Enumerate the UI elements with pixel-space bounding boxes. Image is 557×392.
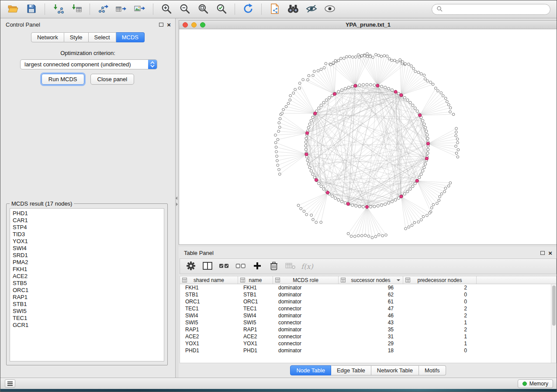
mcds-result-item[interactable]: SWI5: [13, 308, 161, 315]
search-input[interactable]: [445, 6, 546, 13]
network-node[interactable]: [420, 72, 422, 75]
dominator-node[interactable]: [346, 203, 349, 206]
run-mcds-button[interactable]: Run MCDS: [42, 74, 84, 85]
network-node[interactable]: [308, 166, 311, 169]
network-node[interactable]: [414, 70, 417, 73]
open-file-button[interactable]: [5, 2, 21, 17]
network-node[interactable]: [305, 137, 308, 140]
network-node[interactable]: [305, 213, 308, 216]
dominator-node[interactable]: [394, 90, 397, 93]
mcds-result-item[interactable]: SRD1: [13, 252, 161, 259]
table-row[interactable]: PHD1PHD1dominator180: [180, 347, 556, 354]
cell-name[interactable]: SWI5: [238, 319, 273, 326]
panel-splitter[interactable]: [176, 18, 179, 378]
find-button[interactable]: [285, 2, 301, 17]
network-node[interactable]: [373, 205, 376, 208]
network-node[interactable]: [369, 55, 371, 58]
network-node[interactable]: [393, 59, 396, 62]
network-node[interactable]: [292, 92, 295, 94]
show-columns-button[interactable]: [200, 260, 215, 273]
network-node[interactable]: [304, 148, 307, 151]
import-network-button[interactable]: [50, 2, 66, 17]
network-node[interactable]: [404, 62, 407, 65]
dominator-node[interactable]: [400, 93, 403, 96]
close-panel-button[interactable]: Close panel: [90, 74, 135, 85]
dominator-node[interactable]: [419, 113, 422, 117]
network-node[interactable]: [383, 55, 386, 57]
network-node[interactable]: [320, 104, 322, 107]
network-node[interactable]: [426, 214, 429, 217]
show-button[interactable]: [322, 2, 338, 17]
export-network-button[interactable]: [95, 2, 111, 17]
network-node[interactable]: [340, 57, 343, 60]
network-node[interactable]: [351, 85, 353, 88]
cell-predecessor-nodes[interactable]: 1: [403, 340, 477, 347]
network-node[interactable]: [409, 188, 412, 190]
network-node[interactable]: [277, 164, 279, 167]
network-node[interactable]: [449, 182, 452, 184]
network-node[interactable]: [328, 96, 331, 99]
network-node[interactable]: [304, 141, 307, 143]
zoom-selected-button[interactable]: [213, 2, 230, 17]
dominator-node[interactable]: [425, 157, 428, 160]
network-node[interactable]: [367, 235, 370, 237]
scrollbar-thumb[interactable]: [552, 285, 556, 326]
network-node[interactable]: [323, 66, 325, 69]
network-node[interactable]: [422, 215, 425, 218]
network-node[interactable]: [396, 61, 398, 63]
deselect-all-button[interactable]: [233, 260, 248, 273]
network-node[interactable]: [318, 107, 320, 110]
network-node[interactable]: [452, 113, 455, 116]
cell-mcds-role[interactable]: dominator: [273, 347, 339, 354]
network-node[interactable]: [285, 105, 287, 108]
network-node[interactable]: [455, 152, 458, 155]
network-node[interactable]: [312, 218, 315, 221]
network-node[interactable]: [307, 79, 309, 81]
dominator-node[interactable]: [426, 142, 429, 145]
cell-mcds-role[interactable]: dominator: [273, 326, 339, 333]
network-node[interactable]: [369, 83, 372, 86]
network-node[interactable]: [276, 155, 278, 158]
cell-predecessor-nodes[interactable]: 2: [403, 312, 477, 319]
network-node[interactable]: [457, 156, 459, 158]
network-node[interactable]: [325, 62, 327, 65]
network-graph[interactable]: [179, 29, 557, 244]
network-node[interactable]: [347, 232, 349, 235]
cell-name[interactable]: PHD1: [238, 347, 273, 354]
network-node[interactable]: [380, 55, 383, 58]
dominator-node[interactable]: [306, 131, 309, 134]
network-node[interactable]: [423, 166, 426, 169]
cell-predecessor-nodes[interactable]: 1: [403, 333, 477, 340]
table-row[interactable]: SWI4SWI4dominator462: [180, 312, 556, 319]
network-node[interactable]: [304, 144, 307, 147]
optimization-dropdown[interactable]: largest connected component (undirected): [20, 59, 157, 69]
network-node[interactable]: [279, 117, 281, 120]
network-node[interactable]: [420, 219, 422, 221]
tab-node-table[interactable]: Node Table: [290, 365, 331, 375]
network-node[interactable]: [411, 224, 413, 227]
network-node[interactable]: [366, 55, 369, 58]
network-node[interactable]: [440, 193, 443, 195]
tab-network-table[interactable]: Network Table: [371, 365, 419, 375]
network-node[interactable]: [297, 204, 300, 207]
network-node[interactable]: [416, 110, 419, 112]
network-node[interactable]: [429, 212, 431, 214]
mcds-result-item[interactable]: STP4: [13, 224, 161, 231]
mcds-result-list[interactable]: PHD1CAR1STP4TID3YOX1SWI4SRD1PMA2FKH1ACE2…: [10, 208, 164, 361]
cell-predecessor-nodes[interactable]: 2: [403, 284, 477, 291]
network-node[interactable]: [439, 196, 441, 198]
network-node[interactable]: [456, 138, 459, 141]
network-node[interactable]: [429, 81, 432, 84]
delete-table-button[interactable]: [283, 260, 298, 273]
network-node[interactable]: [438, 199, 440, 202]
network-node[interactable]: [417, 71, 420, 74]
network-node[interactable]: [412, 67, 415, 70]
network-node[interactable]: [334, 59, 337, 62]
table-row[interactable]: SWI5SWI5connector431: [180, 319, 556, 326]
network-node[interactable]: [354, 56, 357, 58]
network-node[interactable]: [351, 204, 353, 206]
network-node[interactable]: [403, 96, 406, 99]
network-node[interactable]: [377, 234, 380, 236]
network-node[interactable]: [440, 92, 443, 94]
cell-successor-nodes[interactable]: 31: [339, 333, 403, 340]
